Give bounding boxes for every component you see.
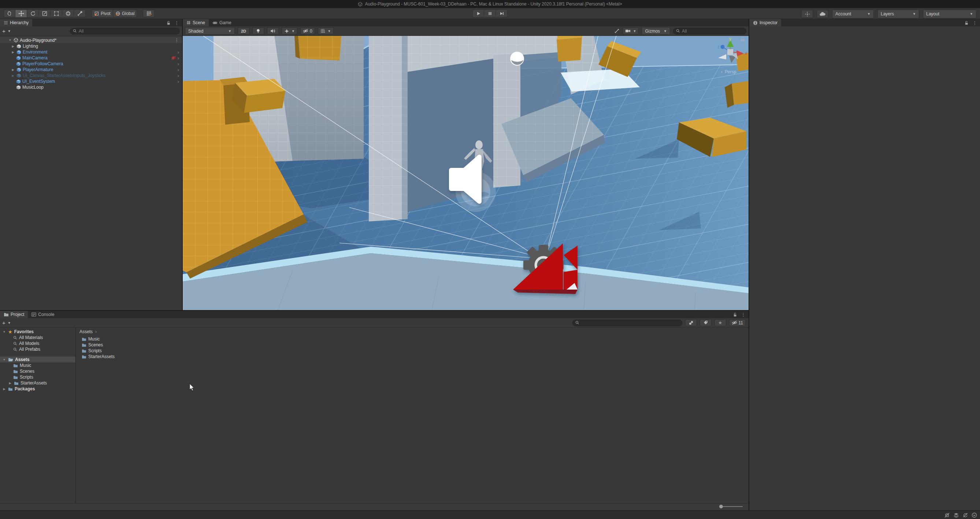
create-asset-button[interactable]: + [2,320,5,326]
scene-search-input[interactable]: All [673,28,746,34]
scene-camera-dropdown[interactable]: ▼ [622,27,639,34]
favorites-header-row[interactable]: ▼ ★ Favorites [0,329,75,335]
asset-item-scenes[interactable]: Scenes [82,342,749,348]
move-tool-button[interactable] [15,10,27,18]
toggle-2d-button[interactable]: 2D [238,27,250,34]
search-by-type-button[interactable] [685,319,697,326]
hierarchy-row-playerarmature[interactable]: ▶ PlayerArmature › [0,67,182,73]
expand-arrow-icon[interactable]: ▶ [11,51,15,54]
scene-tools-icon[interactable] [614,28,620,34]
kebab-menu-icon[interactable]: ⋮ [972,21,977,25]
favorites-all-materials[interactable]: All Materials [0,335,75,340]
asset-item-music[interactable]: Music [82,336,749,342]
hierarchy-row-ui-canvas[interactable]: ▶ UI_Canvas_StarterAssetsInputs_Joystick… [0,73,182,78]
expand-arrow-icon[interactable]: ▶ [8,382,12,385]
chevron-right-icon[interactable]: › [178,55,179,61]
tree-folder-starterassets[interactable]: ▶ StarterAssets [0,380,75,386]
slider-knob[interactable] [719,505,723,508]
play-button[interactable] [473,10,484,18]
custom-tool-button[interactable] [74,10,86,18]
progress-activity-icon[interactable] [972,513,977,518]
project-visibility-button[interactable]: 11 [729,319,746,326]
project-content[interactable]: Assets › Music Scenes Scripts S [76,328,749,504]
collapse-arrow-icon[interactable]: ▼ [2,358,6,361]
cache-server-icon[interactable] [953,513,959,518]
pause-button[interactable] [484,10,496,18]
tree-folder-music[interactable]: Music [0,363,75,368]
chevron-right-icon[interactable]: › [178,61,182,67]
tree-folder-scripts[interactable]: Scripts [0,374,75,380]
white-sphere[interactable] [510,52,524,65]
chevron-right-icon[interactable]: › [178,67,182,73]
kebab-menu-icon[interactable]: ⋮ [174,38,182,43]
hierarchy-row-maincamera[interactable]: MainCamera › [0,55,182,61]
expand-arrow-icon[interactable]: ▶ [11,74,15,77]
cloud-button[interactable] [817,10,828,18]
tab-scene[interactable]: Scene [183,19,209,26]
scene-audio-button[interactable] [267,27,279,34]
tab-project[interactable]: Project [0,311,28,318]
chevron-right-icon[interactable]: › [178,50,182,55]
collapse-arrow-icon[interactable]: ▼ [2,330,6,334]
hierarchy-row-musicloop[interactable]: MusicLoop [0,84,182,90]
assets-root-row[interactable]: ▼ Assets [0,357,75,363]
packages-root-row[interactable]: ▶ Packages [0,386,75,392]
grid-snap-button[interactable] [143,10,154,18]
tab-hierarchy[interactable]: Hierarchy [0,19,32,26]
collapse-arrow-icon[interactable]: ▼ [8,38,12,42]
breadcrumb-assets[interactable]: Assets [80,329,93,334]
tree-folder-scenes[interactable]: Scenes [0,368,75,374]
global-toggle-button[interactable]: Global [113,10,137,18]
lock-icon[interactable] [733,312,737,317]
layers-dropdown[interactable]: Layers ▼ [877,10,919,18]
services-button[interactable] [801,10,813,18]
asset-item-scripts[interactable]: Scripts [82,348,749,354]
asset-scale-slider[interactable] [720,506,743,507]
debugger-disabled-icon[interactable] [944,513,950,518]
scale-tool-button[interactable] [39,10,51,18]
expand-arrow-icon[interactable]: ▶ [11,68,15,72]
hand-tool-button[interactable] [4,10,15,18]
hierarchy-row-ui-eventsystem[interactable]: UI_EventSystem › [0,78,182,84]
favorites-filter-button[interactable]: ★ [714,319,726,326]
hierarchy-row-environment[interactable]: ▶ Environment › [0,49,182,55]
favorites-all-models[interactable]: All Models [0,340,75,347]
kebab-menu-icon[interactable]: ⋮ [741,312,746,317]
gizmo-center-cube[interactable] [727,49,733,55]
project-search-input[interactable] [573,319,682,326]
expand-arrow-icon[interactable]: ▶ [2,387,6,391]
scene-effects-dropdown[interactable]: ▼ [282,27,298,34]
rotate-tool-button[interactable] [27,10,39,18]
layout-dropdown[interactable]: Layout ▼ [923,10,976,18]
create-button[interactable]: + [2,28,5,34]
chevron-right-icon[interactable]: › [178,79,182,84]
pivot-toggle-button[interactable]: Pivot [92,10,113,18]
account-dropdown[interactable]: Account ▼ [832,10,874,18]
scene-lighting-button[interactable] [252,27,264,34]
kebab-menu-icon[interactable]: ⋮ [174,21,179,25]
chevron-down-icon[interactable]: ▼ [8,321,11,325]
hierarchy-search-input[interactable]: All [70,28,180,34]
scene-grid-dropdown[interactable]: ▼ [318,27,334,34]
hierarchy-row-lighting[interactable]: ▶ Lighting [0,43,182,49]
hierarchy-row-playerfollowcamera[interactable]: PlayerFollowCamera › [0,61,182,67]
rect-tool-button[interactable] [51,10,62,18]
scene-header-row[interactable]: ▼ Audio-Playground* ⋮ [0,37,182,43]
favorites-all-prefabs[interactable]: All Prefabs [0,347,75,352]
transform-tool-button[interactable] [62,10,74,18]
expand-arrow-icon[interactable]: ▶ [11,45,15,48]
chevron-down-icon[interactable]: ▼ [8,29,11,33]
shading-mode-dropdown[interactable]: Shaded ▼ [185,27,235,35]
axis-z-cone[interactable] [721,45,725,49]
lock-icon[interactable] [964,21,969,25]
persp-label[interactable]: Persp [725,69,737,74]
asset-item-starterassets[interactable]: StarterAssets [82,354,749,359]
lock-icon[interactable] [166,21,171,25]
tab-game[interactable]: Game [209,19,235,26]
scene-viewport[interactable]: y x z ‹ Persp [183,36,749,310]
search-by-label-button[interactable] [700,319,711,326]
chevron-right-icon[interactable]: › [178,73,182,78]
auto-refresh-disabled-icon[interactable] [963,513,968,518]
step-button[interactable] [496,10,508,18]
tab-inspector[interactable]: Inspector [749,19,781,26]
